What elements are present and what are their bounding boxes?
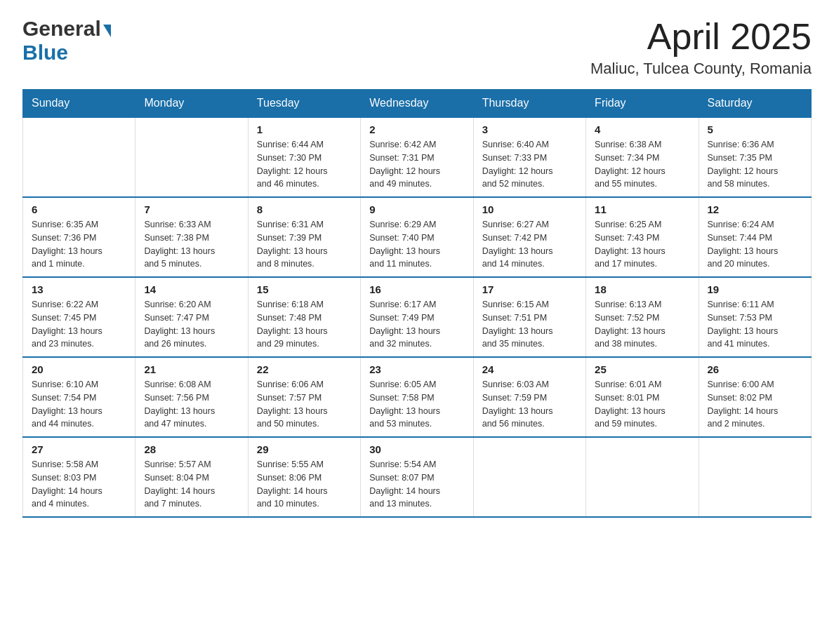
day-number: 11 <box>595 203 689 215</box>
calendar-cell: 15Sunrise: 6:18 AM Sunset: 7:48 PM Dayli… <box>248 277 360 357</box>
title-block: April 2025 Maliuc, Tulcea County, Romani… <box>590 17 812 78</box>
calendar-cell: 11Sunrise: 6:25 AM Sunset: 7:43 PM Dayli… <box>586 197 699 277</box>
week-row-2: 6Sunrise: 6:35 AM Sunset: 7:36 PM Daylig… <box>23 197 812 277</box>
week-row-1: 1Sunrise: 6:44 AM Sunset: 7:30 PM Daylig… <box>23 117 812 197</box>
calendar-cell <box>699 437 811 517</box>
location-title: Maliuc, Tulcea County, Romania <box>590 60 812 78</box>
day-number: 27 <box>32 443 126 455</box>
calendar-cell: 2Sunrise: 6:42 AM Sunset: 7:31 PM Daylig… <box>361 117 473 197</box>
calendar-cell: 28Sunrise: 5:57 AM Sunset: 8:04 PM Dayli… <box>135 437 248 517</box>
day-info: Sunrise: 5:58 AM Sunset: 8:03 PM Dayligh… <box>32 458 126 511</box>
calendar-cell: 12Sunrise: 6:24 AM Sunset: 7:44 PM Dayli… <box>699 197 811 277</box>
day-info: Sunrise: 6:11 AM Sunset: 7:53 PM Dayligh… <box>708 298 802 351</box>
week-row-5: 27Sunrise: 5:58 AM Sunset: 8:03 PM Dayli… <box>23 437 812 517</box>
day-info: Sunrise: 6:40 AM Sunset: 7:33 PM Dayligh… <box>482 138 577 191</box>
day-info: Sunrise: 6:17 AM Sunset: 7:49 PM Dayligh… <box>369 298 464 351</box>
calendar-cell: 21Sunrise: 6:08 AM Sunset: 7:56 PM Dayli… <box>135 357 248 437</box>
day-info: Sunrise: 6:00 AM Sunset: 8:02 PM Dayligh… <box>708 378 802 431</box>
day-info: Sunrise: 6:08 AM Sunset: 7:56 PM Dayligh… <box>144 378 239 431</box>
page-header: General Blue April 2025 Maliuc, Tulcea C… <box>22 17 812 78</box>
calendar-cell <box>473 437 585 517</box>
calendar-cell: 23Sunrise: 6:05 AM Sunset: 7:58 PM Dayli… <box>361 357 473 437</box>
calendar-cell: 27Sunrise: 5:58 AM Sunset: 8:03 PM Dayli… <box>23 437 135 517</box>
day-info: Sunrise: 6:13 AM Sunset: 7:52 PM Dayligh… <box>595 298 689 351</box>
day-number: 24 <box>482 363 577 375</box>
calendar-cell: 29Sunrise: 5:55 AM Sunset: 8:06 PM Dayli… <box>248 437 360 517</box>
calendar-header-row: SundayMondayTuesdayWednesdayThursdayFrid… <box>23 90 812 118</box>
day-info: Sunrise: 6:22 AM Sunset: 7:45 PM Dayligh… <box>32 298 126 351</box>
day-info: Sunrise: 6:36 AM Sunset: 7:35 PM Dayligh… <box>708 138 802 191</box>
day-number: 4 <box>595 123 689 135</box>
day-number: 14 <box>144 283 239 295</box>
day-info: Sunrise: 5:54 AM Sunset: 8:07 PM Dayligh… <box>369 458 464 511</box>
day-info: Sunrise: 6:29 AM Sunset: 7:40 PM Dayligh… <box>369 218 464 271</box>
day-info: Sunrise: 6:20 AM Sunset: 7:47 PM Dayligh… <box>144 298 239 351</box>
calendar-cell: 19Sunrise: 6:11 AM Sunset: 7:53 PM Dayli… <box>699 277 811 357</box>
calendar-cell: 10Sunrise: 6:27 AM Sunset: 7:42 PM Dayli… <box>473 197 585 277</box>
day-number: 28 <box>144 443 239 455</box>
week-row-4: 20Sunrise: 6:10 AM Sunset: 7:54 PM Dayli… <box>23 357 812 437</box>
header-monday: Monday <box>135 90 248 118</box>
day-info: Sunrise: 6:15 AM Sunset: 7:51 PM Dayligh… <box>482 298 577 351</box>
calendar-cell: 18Sunrise: 6:13 AM Sunset: 7:52 PM Dayli… <box>586 277 699 357</box>
calendar-cell <box>135 117 248 197</box>
calendar-cell <box>23 117 135 197</box>
day-info: Sunrise: 6:44 AM Sunset: 7:30 PM Dayligh… <box>257 138 352 191</box>
calendar-cell: 26Sunrise: 6:00 AM Sunset: 8:02 PM Dayli… <box>699 357 811 437</box>
header-tuesday: Tuesday <box>248 90 360 118</box>
calendar-cell: 16Sunrise: 6:17 AM Sunset: 7:49 PM Dayli… <box>361 277 473 357</box>
calendar-cell: 25Sunrise: 6:01 AM Sunset: 8:01 PM Dayli… <box>586 357 699 437</box>
calendar-cell: 22Sunrise: 6:06 AM Sunset: 7:57 PM Dayli… <box>248 357 360 437</box>
day-info: Sunrise: 6:35 AM Sunset: 7:36 PM Dayligh… <box>32 218 126 271</box>
day-info: Sunrise: 6:33 AM Sunset: 7:38 PM Dayligh… <box>144 218 239 271</box>
day-number: 29 <box>257 443 352 455</box>
day-info: Sunrise: 6:06 AM Sunset: 7:57 PM Dayligh… <box>257 378 352 431</box>
day-number: 10 <box>482 203 577 215</box>
calendar-cell: 17Sunrise: 6:15 AM Sunset: 7:51 PM Dayli… <box>473 277 585 357</box>
calendar-cell: 4Sunrise: 6:38 AM Sunset: 7:34 PM Daylig… <box>586 117 699 197</box>
day-info: Sunrise: 5:55 AM Sunset: 8:06 PM Dayligh… <box>257 458 352 511</box>
logo: General Blue <box>22 17 111 65</box>
day-number: 25 <box>595 363 689 375</box>
calendar-body: 1Sunrise: 6:44 AM Sunset: 7:30 PM Daylig… <box>23 117 812 517</box>
calendar-cell: 13Sunrise: 6:22 AM Sunset: 7:45 PM Dayli… <box>23 277 135 357</box>
calendar-cell <box>586 437 699 517</box>
day-number: 5 <box>708 123 802 135</box>
day-info: Sunrise: 6:27 AM Sunset: 7:42 PM Dayligh… <box>482 218 577 271</box>
calendar-table: SundayMondayTuesdayWednesdayThursdayFrid… <box>22 89 812 518</box>
day-number: 22 <box>257 363 352 375</box>
day-number: 8 <box>257 203 352 215</box>
day-number: 23 <box>369 363 464 375</box>
day-info: Sunrise: 6:31 AM Sunset: 7:39 PM Dayligh… <box>257 218 352 271</box>
day-number: 17 <box>482 283 577 295</box>
day-info: Sunrise: 6:38 AM Sunset: 7:34 PM Dayligh… <box>595 138 689 191</box>
day-number: 16 <box>369 283 464 295</box>
day-number: 2 <box>369 123 464 135</box>
calendar-cell: 8Sunrise: 6:31 AM Sunset: 7:39 PM Daylig… <box>248 197 360 277</box>
day-info: Sunrise: 6:24 AM Sunset: 7:44 PM Dayligh… <box>708 218 802 271</box>
calendar-cell: 7Sunrise: 6:33 AM Sunset: 7:38 PM Daylig… <box>135 197 248 277</box>
day-number: 30 <box>369 443 464 455</box>
calendar-cell: 6Sunrise: 6:35 AM Sunset: 7:36 PM Daylig… <box>23 197 135 277</box>
day-info: Sunrise: 6:05 AM Sunset: 7:58 PM Dayligh… <box>369 378 464 431</box>
day-info: Sunrise: 6:25 AM Sunset: 7:43 PM Dayligh… <box>595 218 689 271</box>
day-number: 9 <box>369 203 464 215</box>
calendar-cell: 14Sunrise: 6:20 AM Sunset: 7:47 PM Dayli… <box>135 277 248 357</box>
logo-blue-text: Blue <box>22 41 68 64</box>
logo-general-text: General <box>22 17 101 41</box>
day-number: 20 <box>32 363 126 375</box>
header-saturday: Saturday <box>699 90 811 118</box>
day-info: Sunrise: 6:18 AM Sunset: 7:48 PM Dayligh… <box>257 298 352 351</box>
day-number: 3 <box>482 123 577 135</box>
calendar-cell: 5Sunrise: 6:36 AM Sunset: 7:35 PM Daylig… <box>699 117 811 197</box>
day-number: 6 <box>32 203 126 215</box>
day-number: 26 <box>708 363 802 375</box>
header-wednesday: Wednesday <box>361 90 473 118</box>
day-number: 7 <box>144 203 239 215</box>
calendar-cell: 24Sunrise: 6:03 AM Sunset: 7:59 PM Dayli… <box>473 357 585 437</box>
day-number: 19 <box>708 283 802 295</box>
logo-arrow-icon <box>103 25 111 37</box>
header-friday: Friday <box>586 90 699 118</box>
day-info: Sunrise: 6:01 AM Sunset: 8:01 PM Dayligh… <box>595 378 689 431</box>
calendar-cell: 9Sunrise: 6:29 AM Sunset: 7:40 PM Daylig… <box>361 197 473 277</box>
